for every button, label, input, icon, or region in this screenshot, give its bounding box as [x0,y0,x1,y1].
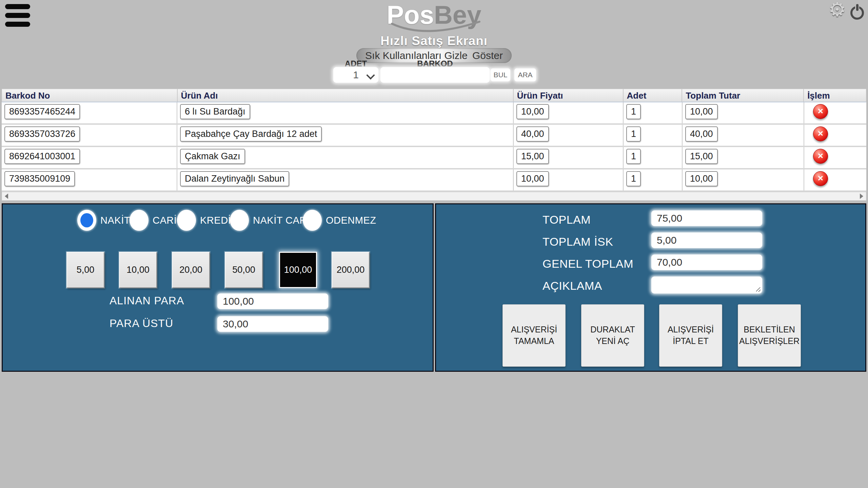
radio-icon [230,210,249,231]
delete-row-icon[interactable]: × [813,171,828,186]
scroll-left-icon[interactable] [5,194,8,199]
qty-field[interactable]: 1 [626,171,641,186]
delete-row-icon[interactable]: × [813,104,828,119]
payment-option-label: NAKİT [100,215,130,226]
toplam-isk-input[interactable] [651,232,762,248]
payment-option-label: KREDİ [200,215,231,226]
column-header-barkod-no: Barkod No [2,89,178,102]
product-name-field[interactable]: Paşabahçe Çay Bardağı 12 adet [180,126,322,142]
totals-panel: TOPLAM TOPLAM İSK GENEL TOPLAM AÇIKLAMA … [435,203,866,372]
table-horizontal-scrollbar[interactable] [2,192,866,201]
aciklama-label: AÇIKLAMA [542,279,602,292]
price-field[interactable]: 40,00 [516,126,549,142]
payment-option-nakit-cari[interactable]: NAKİT CARİ [230,210,310,231]
held-sales-button[interactable]: BEKLETİLEN ALIŞVERİŞLER [738,304,801,367]
complete-sale-button[interactable]: ALIŞVERİŞİ TAMAMLA [502,304,566,367]
radio-icon [177,210,196,231]
pause-open-new-button[interactable]: DURAKLAT YENİ AÇ [581,304,644,367]
alinan-para-label: ALINAN PARA [110,294,184,307]
column-header-urun-adi: Ürün Adı [178,89,514,102]
logo-swoosh [390,20,481,35]
scroll-right-icon[interactable] [860,194,863,199]
payment-option-odenmez[interactable]: ODENMEZ [303,210,376,231]
barcode-input[interactable] [380,67,490,83]
table-row: 8693357465244 6 lı Su Bardağı 10,00 1 10… [2,102,866,125]
settings-gear-icon[interactable]: ⚙ [828,0,846,21]
column-header-toplam-tutar: Toplam Tutar [682,89,804,102]
price-field[interactable]: 10,00 [516,171,549,186]
product-name-field[interactable]: Çakmak Gazı [180,149,245,164]
payment-option-nakit[interactable]: NAKİT [77,210,130,231]
qty-field[interactable]: 1 [626,149,641,164]
para-ustu-input[interactable] [217,316,328,332]
bul-button[interactable]: BUL [491,68,510,81]
aciklama-textarea[interactable] [651,277,762,293]
denomination-button-20[interactable]: 20,00 [172,252,210,288]
qty-field[interactable]: 1 [626,104,641,119]
resize-handle-icon[interactable] [756,287,761,292]
radio-icon [130,210,149,231]
column-header-islem: İşlem [804,89,866,102]
payment-option-label: CARİ [153,215,177,226]
payment-panel: NAKİT CARİ KREDİ NAKİT CARİ ODENMEZ 5,00… [2,203,434,372]
denomination-button-50[interactable]: 50,00 [225,252,263,288]
ara-button[interactable]: ARA [514,68,536,81]
toplam-isk-label: TOPLAM İSK [542,235,613,248]
barcode-field[interactable]: 8693357465244 [4,104,80,119]
table-row: 8692641003001 Çakmak Gazı 15,00 1 15,00 … [2,147,866,169]
quick-sale-screen: PosBey Hızlı Satış Ekranı Sık Kullanılan… [0,0,868,488]
line-total-field[interactable]: 15,00 [685,149,718,164]
denomination-button-10[interactable]: 10,00 [119,252,157,288]
radio-icon [77,210,96,231]
radio-icon [303,210,322,231]
power-icon[interactable] [850,5,864,18]
table-row: 739835009109 Dalan Zeytinyağlı Sabun 10,… [2,169,866,192]
para-ustu-label: PARA ÜSTÜ [110,317,173,330]
cancel-sale-button[interactable]: ALIŞVERİŞİ İPTAL ET [659,304,722,367]
delete-row-icon[interactable]: × [813,149,828,164]
genel-toplam-input[interactable] [651,255,762,270]
table-row: 8693357033726 Paşabahçe Çay Bardağı 12 a… [2,125,866,147]
payment-option-kredi[interactable]: KREDİ [177,210,231,231]
quantity-select[interactable]: 1 [333,67,378,83]
payment-option-cari[interactable]: CARİ [130,210,177,231]
delete-row-icon[interactable]: × [813,126,828,141]
column-header-urun-fiyati: Ürün Fiyatı [514,89,624,102]
table-header-row: Barkod No Ürün Adı Ürün Fiyatı Adet Topl… [2,89,866,102]
aciklama-field-wrap [651,277,762,293]
price-field[interactable]: 10,00 [516,104,549,119]
genel-toplam-label: GENEL TOPLAM [542,257,633,270]
line-total-field[interactable]: 10,00 [685,171,718,186]
payment-option-label: NAKİT CARİ [253,215,310,226]
denomination-button-200[interactable]: 200,00 [332,252,370,288]
toplam-label: TOPLAM [542,213,591,226]
product-name-field[interactable]: 6 lı Su Bardağı [180,104,250,119]
alinan-para-input[interactable] [217,293,328,309]
denomination-button-100[interactable]: 100,00 [279,252,317,288]
toplam-input[interactable] [651,210,762,226]
power-stem [856,4,859,11]
product-name-field[interactable]: Dalan Zeytinyağlı Sabun [180,171,289,186]
barcode-field[interactable]: 8692641003001 [4,149,80,164]
denomination-button-5[interactable]: 5,00 [66,252,104,288]
page-title: Hızlı Satış Ekranı [0,34,868,48]
barcode-field[interactable]: 8693357033726 [4,126,80,142]
price-field[interactable]: 15,00 [516,149,549,164]
qty-field[interactable]: 1 [626,126,641,142]
products-table: Barkod No Ürün Adı Ürün Fiyatı Adet Topl… [2,89,866,201]
column-header-adet: Adet [624,89,683,102]
line-total-field[interactable]: 40,00 [685,126,718,142]
line-total-field[interactable]: 10,00 [685,104,718,119]
payment-option-label: ODENMEZ [326,215,376,226]
barcode-field[interactable]: 739835009109 [4,171,75,186]
